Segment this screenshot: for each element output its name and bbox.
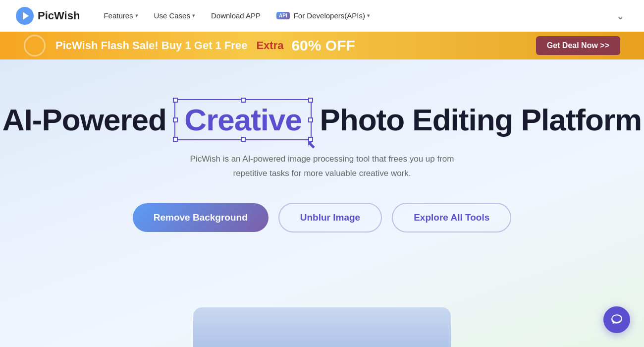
logo[interactable]: PicWish: [16, 7, 80, 25]
nav-developers[interactable]: API For Developers(APIs) ▾: [270, 7, 376, 24]
hero-buttons: Remove Background Unblur Image Explore A…: [133, 203, 512, 232]
banner-cta-button[interactable]: Get Deal Now >>: [536, 36, 620, 55]
chat-support-button[interactable]: [603, 306, 630, 333]
hero-section: AI-Powered Creative ⬉ Photo Editing Plat…: [0, 59, 644, 347]
logo-icon: [16, 7, 34, 25]
nav-links: Features ▾ Use Cases ▾ Download APP API …: [98, 7, 612, 24]
banner-extra-label: Extra: [256, 39, 283, 52]
selection-handle-mr: [308, 117, 313, 122]
hero-title-creative-box: Creative: [174, 99, 312, 140]
chat-icon: [610, 313, 623, 326]
selection-handle-tc: [241, 98, 246, 103]
banner-discount: 60% OFF: [291, 37, 355, 54]
nav-features[interactable]: Features ▾: [98, 7, 144, 24]
banner-decoration: [24, 35, 46, 57]
remove-background-button[interactable]: Remove Background: [133, 203, 268, 232]
promo-banner: PicWish Flash Sale! Buy 1 Get 1 Free Ext…: [0, 32, 644, 59]
logo-text: PicWish: [38, 9, 80, 22]
nav-more-button[interactable]: ⌄: [612, 8, 628, 24]
nav-download[interactable]: Download APP: [205, 7, 267, 24]
chevron-down-icon: ▾: [135, 12, 138, 19]
unblur-image-button[interactable]: Unblur Image: [278, 203, 382, 232]
selection-handle-tr: [308, 98, 313, 103]
bottom-preview-bar: [193, 307, 451, 347]
nav-use-cases[interactable]: Use Cases ▾: [148, 7, 201, 24]
selection-handle-ml: [173, 117, 178, 122]
hero-subtitle: PicWish is an AI-powered image processin…: [190, 152, 454, 181]
hero-title: AI-Powered Creative ⬉ Photo Editing Plat…: [2, 99, 642, 140]
selection-handle-bc: [241, 137, 246, 142]
cursor-icon: ⬉: [307, 138, 316, 151]
navbar: PicWish Features ▾ Use Cases ▾ Download …: [0, 0, 644, 32]
explore-all-tools-button[interactable]: Explore All Tools: [392, 203, 511, 232]
banner-main-text: PicWish Flash Sale! Buy 1 Get 1 Free: [55, 39, 247, 52]
hero-title-left: AI-Powered: [2, 102, 166, 137]
chevron-down-icon: ▾: [192, 12, 195, 19]
chevron-down-icon: ▾: [367, 12, 370, 19]
nav-right: ⌄: [612, 8, 628, 24]
selection-handle-bl: [173, 137, 178, 142]
api-badge: API: [276, 12, 290, 19]
hero-title-right: Photo Editing Platform: [320, 102, 642, 137]
hero-title-highlight-wrap: Creative ⬉: [174, 99, 312, 140]
selection-handle-tl: [173, 98, 178, 103]
hero-title-highlight: Creative: [184, 103, 302, 137]
